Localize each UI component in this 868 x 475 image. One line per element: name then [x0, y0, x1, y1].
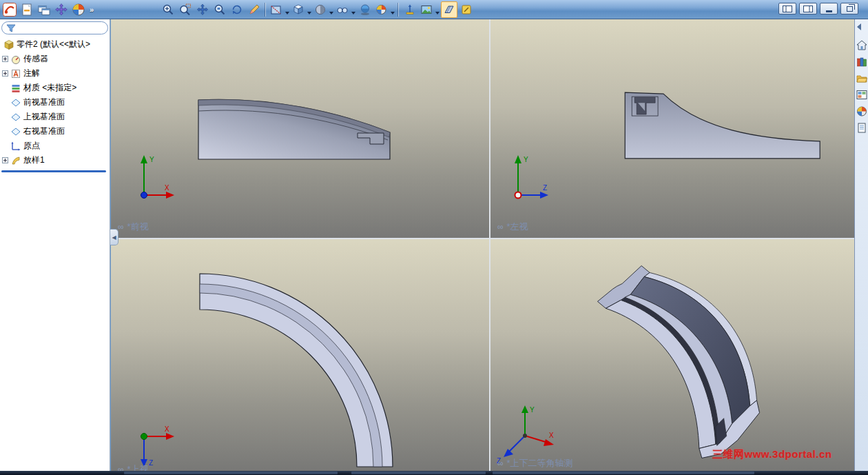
triad-front: Y X	[125, 147, 180, 209]
toolbar-separator	[265, 3, 266, 17]
task-pane	[854, 19, 868, 471]
display-style-icon[interactable]	[313, 1, 334, 18]
triad-left: Y Z	[499, 147, 557, 209]
viewport-label-left: ∞ *左视	[497, 221, 528, 233]
tree-item-right-plane[interactable]: 右视基准面	[0, 124, 110, 139]
tree-item-front-plane[interactable]: 前视基准面	[0, 95, 110, 110]
tree-item-material[interactable]: 材质 <未指定>	[0, 81, 110, 95]
home-icon[interactable]	[856, 39, 868, 51]
panel-collapse-tab[interactable]: ◀	[110, 229, 118, 245]
filter-input[interactable]	[19, 24, 94, 32]
zoom-area-icon[interactable]	[177, 1, 194, 18]
restore-button[interactable]	[840, 3, 858, 14]
heads-up-view-toolbar	[160, 1, 475, 19]
dropdown-caret[interactable]	[307, 12, 311, 14]
viewport-label-text: *上下二等角轴测	[507, 457, 573, 469]
toolbar-separator	[398, 3, 399, 17]
tree-item-sensors[interactable]: 传感器	[0, 52, 110, 66]
origin-icon	[10, 141, 21, 152]
dropdown-caret[interactable]	[435, 12, 440, 14]
axis-z-label: Z	[543, 184, 547, 192]
viewport-splitter-vertical[interactable]	[489, 19, 490, 471]
taskbar-segment	[124, 472, 338, 474]
minimize-icon	[826, 10, 832, 12]
viewport-layout-right-button[interactable]	[799, 3, 817, 14]
section-view-icon[interactable]	[269, 1, 290, 18]
toolbar-overflow-chevron[interactable]: »	[90, 6, 94, 14]
filter-funnel-icon	[6, 24, 16, 32]
view-orientation-icon[interactable]	[291, 1, 312, 18]
viewport-top[interactable]: X Z ∞ *上视	[111, 239, 489, 471]
tree-item-label: 零件2 (默认<<默认>	[17, 39, 90, 50]
sketch-pencil-icon[interactable]	[246, 1, 262, 18]
help-orb-icon[interactable]	[71, 2, 86, 17]
tree-item-label: 放样1	[23, 154, 45, 166]
collapse-taskpane-icon[interactable]	[857, 23, 861, 30]
material-icon	[10, 83, 21, 94]
new-document-icon[interactable]	[19, 2, 34, 17]
viewport-label-isometric: ∞ *上下二等角轴测	[497, 457, 573, 469]
viewport-layout-left-button[interactable]	[778, 3, 796, 14]
expand-plus-icon[interactable]	[2, 156, 8, 165]
hide-show-items-icon[interactable]	[335, 1, 356, 18]
taskbar-segment	[493, 472, 754, 474]
tree-item-label: 注解	[23, 68, 40, 79]
axis-x-label: X	[165, 425, 169, 433]
tree-item-label: 前视基准面	[23, 97, 65, 108]
tree-item-loft1[interactable]: 放样1	[0, 153, 110, 168]
viewport-isometric[interactable]: Y X Z ∞ *上下二等角轴测	[490, 239, 854, 471]
tree-item-label: 原点	[23, 140, 40, 152]
rotate-view-icon[interactable]	[229, 1, 245, 18]
move-tool-icon[interactable]	[54, 2, 69, 17]
dropdown-caret[interactable]	[329, 12, 333, 14]
solidworks-window: »	[0, 0, 868, 475]
titlebar[interactable]: »	[0, 0, 868, 19]
window-cascade-icon[interactable]	[37, 2, 52, 17]
reference-axis-icon[interactable]	[402, 1, 418, 18]
part-icon	[3, 39, 14, 50]
camera-image-icon[interactable]	[419, 1, 440, 18]
viewport-label-text: *左视	[507, 221, 528, 233]
file-explorer-icon[interactable]	[856, 72, 868, 84]
pan-icon[interactable]	[194, 1, 211, 18]
tree-item-annotations[interactable]: 注解	[0, 66, 110, 81]
shadows-icon[interactable]	[357, 1, 373, 18]
viewport-left[interactable]: Y Z ∞ *左视	[490, 19, 854, 238]
tree-item-part[interactable]: 零件2 (默认<<默认>	[0, 37, 110, 52]
plane-icon	[10, 126, 21, 137]
taskbar-sliver	[0, 471, 868, 475]
viewport-label-text: *上视	[127, 463, 149, 471]
plane-icon	[10, 97, 21, 108]
solidworks-logo[interactable]	[2, 2, 17, 17]
zoom-in-icon[interactable]	[160, 1, 176, 18]
annotations-icon	[10, 68, 21, 79]
appearances-icon[interactable]	[374, 1, 395, 18]
view-badge-icon: ∞	[118, 465, 124, 471]
expand-plus-icon[interactable]	[2, 69, 8, 79]
draft-quality-icon[interactable]	[441, 1, 457, 18]
tree-item-top-plane[interactable]: 上视基准面	[0, 110, 110, 124]
expand-plus-icon[interactable]	[2, 54, 8, 64]
tree-item-label: 右视基准面	[23, 125, 65, 137]
zoom-selection-icon[interactable]	[211, 1, 228, 18]
task-pane-tabs	[856, 39, 868, 134]
rapid-sketch-icon[interactable]	[458, 1, 475, 18]
design-library-icon[interactable]	[856, 55, 868, 68]
view-palette-icon[interactable]	[856, 88, 868, 101]
appearances-scenes-icon[interactable]	[856, 105, 868, 117]
view-badge-icon: ∞	[497, 222, 504, 232]
titlebar-quick-toolbar: »	[2, 2, 94, 17]
tree-item-origin[interactable]: 原点	[0, 139, 110, 153]
filter-box[interactable]	[1, 21, 108, 34]
custom-properties-icon[interactable]	[856, 121, 868, 134]
viewport-front[interactable]: Y X ∞ *前视	[111, 19, 489, 238]
rollback-bar[interactable]	[1, 170, 106, 172]
dropdown-caret[interactable]	[391, 12, 395, 14]
viewport-splitter-horizontal[interactable]	[111, 238, 854, 239]
minimize-button[interactable]	[820, 3, 838, 14]
dropdown-caret[interactable]	[351, 12, 355, 14]
viewport-label-text: *前视	[127, 221, 149, 233]
tree-item-label: 传感器	[23, 53, 48, 65]
dropdown-caret[interactable]	[285, 12, 289, 14]
feature-manager-panel: 零件2 (默认<<默认> 传感器 注解 材质 <未指定> 前视基准面	[0, 19, 110, 471]
